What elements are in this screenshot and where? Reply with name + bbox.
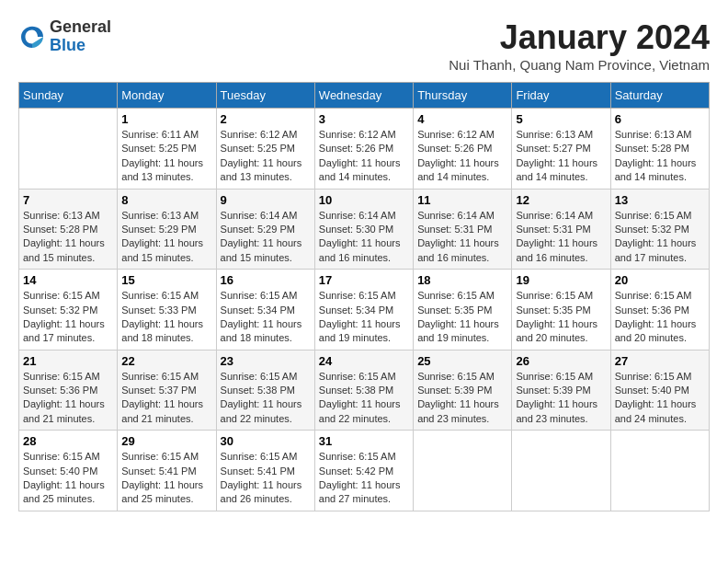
logo-icon <box>18 23 46 51</box>
day-number: 1 <box>121 112 211 126</box>
day-number: 6 <box>615 112 705 126</box>
calendar-cell: 13Sunrise: 6:15 AM Sunset: 5:32 PM Dayli… <box>610 189 709 270</box>
page-header: General Blue January 2024 Nui Thanh, Qua… <box>18 18 710 73</box>
day-number: 9 <box>221 193 311 207</box>
calendar-cell: 27Sunrise: 6:15 AM Sunset: 5:40 PM Dayli… <box>610 350 709 431</box>
title-section: January 2024 Nui Thanh, Quang Nam Provin… <box>449 18 710 73</box>
calendar-cell: 21Sunrise: 6:15 AM Sunset: 5:36 PM Dayli… <box>19 350 118 431</box>
calendar-cell: 30Sunrise: 6:15 AM Sunset: 5:41 PM Dayli… <box>216 431 314 511</box>
day-info: Sunrise: 6:15 AM Sunset: 5:34 PM Dayligh… <box>319 289 409 346</box>
calendar-week-5: 28Sunrise: 6:15 AM Sunset: 5:40 PM Dayli… <box>19 431 710 511</box>
calendar-cell: 8Sunrise: 6:13 AM Sunset: 5:29 PM Daylig… <box>118 189 216 270</box>
column-header-monday: Monday <box>118 83 216 109</box>
calendar-week-1: 1Sunrise: 6:11 AM Sunset: 5:25 PM Daylig… <box>19 109 710 190</box>
calendar-cell: 20Sunrise: 6:15 AM Sunset: 5:36 PM Dayli… <box>610 270 709 350</box>
calendar-cell: 25Sunrise: 6:15 AM Sunset: 5:39 PM Dayli… <box>414 350 512 431</box>
day-number: 29 <box>121 434 211 448</box>
calendar-cell: 16Sunrise: 6:15 AM Sunset: 5:34 PM Dayli… <box>216 270 314 350</box>
calendar-cell <box>19 109 118 190</box>
day-info: Sunrise: 6:13 AM Sunset: 5:29 PM Dayligh… <box>121 209 211 266</box>
month-title: January 2024 <box>449 18 710 57</box>
day-info: Sunrise: 6:14 AM Sunset: 5:30 PM Dayligh… <box>319 209 409 266</box>
day-number: 13 <box>615 193 705 207</box>
day-number: 22 <box>121 354 211 368</box>
calendar-table: SundayMondayTuesdayWednesdayThursdayFrid… <box>18 82 710 511</box>
calendar-cell: 26Sunrise: 6:15 AM Sunset: 5:39 PM Dayli… <box>512 350 610 431</box>
calendar-cell: 6Sunrise: 6:13 AM Sunset: 5:28 PM Daylig… <box>610 109 709 190</box>
calendar-cell: 22Sunrise: 6:15 AM Sunset: 5:37 PM Dayli… <box>118 350 216 431</box>
day-info: Sunrise: 6:15 AM Sunset: 5:35 PM Dayligh… <box>417 289 507 346</box>
calendar-cell: 28Sunrise: 6:15 AM Sunset: 5:40 PM Dayli… <box>19 431 118 511</box>
day-number: 24 <box>319 354 409 368</box>
calendar-cell: 31Sunrise: 6:15 AM Sunset: 5:42 PM Dayli… <box>314 431 413 511</box>
calendar-cell: 5Sunrise: 6:13 AM Sunset: 5:27 PM Daylig… <box>512 109 610 190</box>
day-info: Sunrise: 6:15 AM Sunset: 5:37 PM Dayligh… <box>121 370 211 427</box>
day-number: 11 <box>417 193 507 207</box>
day-info: Sunrise: 6:14 AM Sunset: 5:31 PM Dayligh… <box>417 209 507 266</box>
day-info: Sunrise: 6:14 AM Sunset: 5:31 PM Dayligh… <box>516 209 606 266</box>
calendar-cell: 11Sunrise: 6:14 AM Sunset: 5:31 PM Dayli… <box>414 189 512 270</box>
day-info: Sunrise: 6:13 AM Sunset: 5:27 PM Dayligh… <box>516 128 606 185</box>
day-info: Sunrise: 6:15 AM Sunset: 5:39 PM Dayligh… <box>417 370 507 427</box>
column-header-wednesday: Wednesday <box>314 83 413 109</box>
column-header-saturday: Saturday <box>610 83 709 109</box>
column-header-tuesday: Tuesday <box>216 83 314 109</box>
calendar-week-2: 7Sunrise: 6:13 AM Sunset: 5:28 PM Daylig… <box>19 189 710 270</box>
day-info: Sunrise: 6:15 AM Sunset: 5:32 PM Dayligh… <box>23 289 113 346</box>
calendar-header-row: SundayMondayTuesdayWednesdayThursdayFrid… <box>19 83 710 109</box>
day-info: Sunrise: 6:15 AM Sunset: 5:38 PM Dayligh… <box>319 370 409 427</box>
day-number: 17 <box>319 273 409 287</box>
day-number: 14 <box>23 273 113 287</box>
day-info: Sunrise: 6:15 AM Sunset: 5:38 PM Dayligh… <box>221 370 311 427</box>
day-number: 16 <box>221 273 311 287</box>
day-number: 26 <box>516 354 606 368</box>
day-info: Sunrise: 6:15 AM Sunset: 5:40 PM Dayligh… <box>23 450 113 507</box>
calendar-cell: 23Sunrise: 6:15 AM Sunset: 5:38 PM Dayli… <box>216 350 314 431</box>
day-number: 20 <box>615 273 705 287</box>
calendar-cell: 4Sunrise: 6:12 AM Sunset: 5:26 PM Daylig… <box>414 109 512 190</box>
calendar-cell: 7Sunrise: 6:13 AM Sunset: 5:28 PM Daylig… <box>19 189 118 270</box>
day-info: Sunrise: 6:15 AM Sunset: 5:39 PM Dayligh… <box>516 370 606 427</box>
day-info: Sunrise: 6:15 AM Sunset: 5:36 PM Dayligh… <box>615 289 705 346</box>
day-number: 28 <box>23 434 113 448</box>
day-number: 31 <box>319 434 409 448</box>
day-info: Sunrise: 6:15 AM Sunset: 5:34 PM Dayligh… <box>221 289 311 346</box>
calendar-cell: 29Sunrise: 6:15 AM Sunset: 5:41 PM Dayli… <box>118 431 216 511</box>
calendar-cell <box>610 431 709 511</box>
day-info: Sunrise: 6:12 AM Sunset: 5:25 PM Dayligh… <box>221 128 311 185</box>
calendar-cell: 24Sunrise: 6:15 AM Sunset: 5:38 PM Dayli… <box>314 350 413 431</box>
day-info: Sunrise: 6:13 AM Sunset: 5:28 PM Dayligh… <box>615 128 705 185</box>
day-info: Sunrise: 6:15 AM Sunset: 5:35 PM Dayligh… <box>516 289 606 346</box>
day-number: 2 <box>221 112 311 126</box>
day-number: 21 <box>23 354 113 368</box>
day-number: 27 <box>615 354 705 368</box>
calendar-week-3: 14Sunrise: 6:15 AM Sunset: 5:32 PM Dayli… <box>19 270 710 350</box>
day-number: 10 <box>319 193 409 207</box>
day-number: 30 <box>221 434 311 448</box>
location: Nui Thanh, Quang Nam Province, Vietnam <box>449 57 710 73</box>
day-info: Sunrise: 6:15 AM Sunset: 5:41 PM Dayligh… <box>221 450 311 507</box>
day-info: Sunrise: 6:15 AM Sunset: 5:41 PM Dayligh… <box>121 450 211 507</box>
day-number: 15 <box>121 273 211 287</box>
day-info: Sunrise: 6:15 AM Sunset: 5:42 PM Dayligh… <box>319 450 409 507</box>
logo: General Blue <box>18 18 111 55</box>
day-number: 4 <box>417 112 507 126</box>
day-info: Sunrise: 6:15 AM Sunset: 5:33 PM Dayligh… <box>121 289 211 346</box>
day-number: 5 <box>516 112 606 126</box>
calendar-cell <box>512 431 610 511</box>
logo-text: General Blue <box>50 18 111 55</box>
calendar-cell: 18Sunrise: 6:15 AM Sunset: 5:35 PM Dayli… <box>414 270 512 350</box>
day-info: Sunrise: 6:12 AM Sunset: 5:26 PM Dayligh… <box>319 128 409 185</box>
day-number: 7 <box>23 193 113 207</box>
calendar-cell: 19Sunrise: 6:15 AM Sunset: 5:35 PM Dayli… <box>512 270 610 350</box>
calendar-cell: 14Sunrise: 6:15 AM Sunset: 5:32 PM Dayli… <box>19 270 118 350</box>
calendar-cell: 1Sunrise: 6:11 AM Sunset: 5:25 PM Daylig… <box>118 109 216 190</box>
day-info: Sunrise: 6:11 AM Sunset: 5:25 PM Dayligh… <box>121 128 211 185</box>
day-number: 8 <box>121 193 211 207</box>
calendar-cell: 12Sunrise: 6:14 AM Sunset: 5:31 PM Dayli… <box>512 189 610 270</box>
day-number: 23 <box>221 354 311 368</box>
calendar-cell: 3Sunrise: 6:12 AM Sunset: 5:26 PM Daylig… <box>314 109 413 190</box>
calendar-cell: 15Sunrise: 6:15 AM Sunset: 5:33 PM Dayli… <box>118 270 216 350</box>
day-info: Sunrise: 6:12 AM Sunset: 5:26 PM Dayligh… <box>417 128 507 185</box>
day-info: Sunrise: 6:15 AM Sunset: 5:40 PM Dayligh… <box>615 370 705 427</box>
